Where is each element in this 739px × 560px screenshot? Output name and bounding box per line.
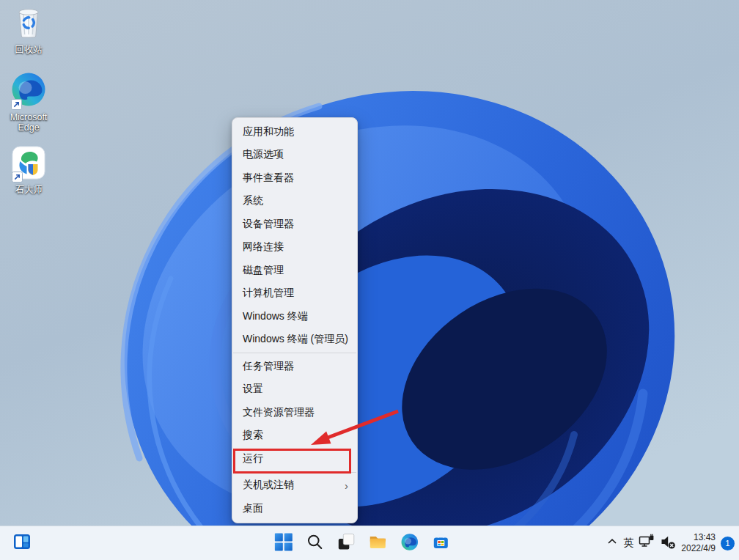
desktop-icon-recycle-bin[interactable]: 回收站 — [1, 4, 56, 55]
desktop-icon-shi-da-shi[interactable]: 石大师 — [1, 145, 56, 195]
clock-date: 2022/4/9 — [681, 543, 716, 554]
menu-item-desktop[interactable]: 桌面 — [232, 497, 357, 520]
menu-item-device-manager[interactable]: 设备管理器 — [232, 213, 357, 236]
edge-button[interactable] — [394, 528, 424, 558]
notification-badge[interactable]: 1 — [721, 537, 735, 550]
shortcut-arrow-icon — [11, 99, 22, 110]
menu-item-label: 桌面 — [243, 502, 263, 515]
wallpaper — [0, 0, 739, 560]
menu-item-label: Windows 终端 — [243, 310, 308, 323]
menu-item-label: 任务管理器 — [243, 360, 294, 373]
menu-item-system[interactable]: 系统 — [232, 190, 357, 213]
menu-item-label: 应用和功能 — [243, 125, 294, 139]
menu-item-file-explorer[interactable]: 文件资源管理器 — [232, 401, 357, 424]
file-explorer-button[interactable] — [363, 528, 392, 558]
menu-item-label: 磁盘管理 — [243, 264, 284, 277]
menu-item-label: 文件资源管理器 — [243, 406, 315, 419]
menu-item-label: 计算机管理 — [243, 287, 294, 300]
menu-item-settings[interactable]: 设置 — [232, 378, 357, 402]
menu-item-label: 事件查看器 — [243, 172, 294, 185]
volume-button[interactable] — [660, 534, 676, 553]
edge-icon — [400, 533, 419, 554]
menu-item-windows-terminal[interactable]: Windows 终端 — [232, 305, 357, 328]
menu-item-windows-terminal-admin[interactable]: Windows 终端 (管理员) — [232, 328, 357, 352]
ime-language-indicator[interactable]: 英 — [623, 537, 633, 550]
menu-item-apps-features[interactable]: 应用和功能 — [232, 120, 357, 144]
task-view-icon — [337, 533, 355, 553]
submenu-chevron-icon: › — [345, 480, 348, 491]
menu-item-label: 网络连接 — [243, 240, 284, 254]
edge-icon — [10, 71, 47, 111]
menu-item-network-connections[interactable]: 网络连接 — [232, 236, 357, 259]
clock[interactable]: 13:43 2022/4/9 — [681, 532, 716, 554]
menu-item-label: 设置 — [243, 383, 263, 396]
muted-volume-icon — [660, 534, 676, 553]
search-icon — [306, 533, 323, 553]
network-button[interactable] — [639, 534, 655, 553]
wired-network-icon — [639, 534, 655, 553]
annotation-highlight-box — [233, 449, 351, 474]
widgets-icon — [12, 532, 32, 554]
menu-item-shutdown-signout[interactable]: 关机或注销 › — [232, 474, 357, 498]
shi-da-shi-icon — [11, 145, 46, 183]
start-icon — [274, 533, 293, 554]
desktop-icon-microsoft-edge[interactable]: Microsoft Edge — [1, 71, 56, 133]
widgets-button[interactable] — [7, 528, 37, 558]
shortcut-arrow-icon — [12, 172, 23, 183]
task-view-button[interactable] — [331, 528, 361, 558]
desktop-icon-label: 回收站 — [15, 45, 43, 55]
menu-item-task-manager[interactable]: 任务管理器 — [232, 355, 357, 378]
menu-separator — [233, 353, 356, 353]
menu-item-power-options[interactable]: 电源选项 — [232, 144, 357, 167]
store-icon — [431, 532, 450, 554]
hidden-icons-button[interactable] — [606, 536, 618, 550]
menu-item-event-viewer[interactable]: 事件查看器 — [232, 166, 357, 190]
file-explorer-icon — [368, 532, 387, 554]
menu-item-label: 电源选项 — [243, 148, 284, 161]
taskbar: 英 — [0, 526, 739, 560]
menu-item-computer-management[interactable]: 计算机管理 — [232, 282, 357, 306]
menu-item-label: 设备管理器 — [243, 218, 294, 231]
recycle-bin-icon — [11, 4, 46, 43]
desktop-screen: 回收站 Microsoft Edge — [0, 0, 739, 560]
menu-item-disk-management[interactable]: 磁盘管理 — [232, 259, 357, 282]
desktop-icon-label: Microsoft Edge — [1, 112, 56, 133]
menu-item-label: Windows 终端 (管理员) — [243, 333, 348, 346]
desktop-icon-label: 石大师 — [15, 185, 43, 195]
store-button[interactable] — [426, 528, 455, 558]
clock-time: 13:43 — [681, 532, 716, 543]
menu-item-label: 搜索 — [243, 429, 263, 442]
menu-item-label: 系统 — [243, 194, 263, 207]
menu-item-label: 关机或注销 — [243, 479, 294, 492]
start-button[interactable] — [268, 528, 298, 558]
menu-item-search[interactable]: 搜索 — [232, 424, 357, 448]
search-button[interactable] — [300, 528, 329, 558]
chevron-up-icon — [606, 536, 618, 550]
